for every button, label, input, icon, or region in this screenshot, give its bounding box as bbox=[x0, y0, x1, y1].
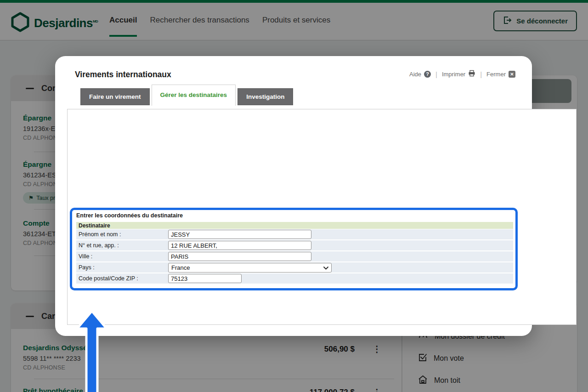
recipient-form: Destinataire Prénom et nom : N° et rue, … bbox=[76, 222, 513, 284]
form-row: Pays : France bbox=[76, 262, 513, 273]
field-label: Prénom et nom : bbox=[76, 231, 168, 238]
print-link[interactable]: Imprimer bbox=[442, 70, 475, 78]
city-input[interactable] bbox=[168, 252, 311, 261]
form-row: Ville : bbox=[76, 251, 513, 262]
toolbar-separator: | bbox=[480, 70, 482, 78]
form-row: Code postal/Code ZIP : bbox=[76, 273, 513, 284]
virements-modal: Virements internationaux Aide ? | Imprim… bbox=[55, 56, 532, 336]
modal-toolbar: Aide ? | Imprimer | Fermer ✕ bbox=[409, 70, 515, 78]
field-label: N° et rue, app. : bbox=[76, 242, 168, 249]
recipient-table-header: Destinataire bbox=[76, 222, 513, 229]
form-row: Prénom et nom : bbox=[76, 229, 513, 240]
street-address-input[interactable] bbox=[168, 241, 311, 250]
country-select-value: France bbox=[171, 264, 190, 271]
page: DesjardinsMD Accueil Rechercher des tran… bbox=[0, 0, 588, 392]
field-label: Code postal/Code ZIP : bbox=[76, 275, 168, 282]
toolbar-separator: | bbox=[435, 70, 437, 78]
close-link[interactable]: Fermer ✕ bbox=[486, 71, 515, 78]
postal-code-input[interactable] bbox=[168, 274, 242, 283]
modal-tabs: Faire un virement Gérer les destinataire… bbox=[80, 85, 295, 105]
tab-gerer-les-destinataires[interactable]: Gérer les destinataires bbox=[152, 85, 236, 106]
recipient-section-label: Entrer les coordonnées du destinataire bbox=[76, 212, 183, 219]
help-icon: ? bbox=[424, 71, 431, 78]
print-label: Imprimer bbox=[442, 71, 465, 78]
close-icon: ✕ bbox=[509, 71, 515, 78]
form-row: N° et rue, app. : bbox=[76, 240, 513, 251]
field-label: Pays : bbox=[76, 264, 168, 271]
pointer-arrow-icon bbox=[74, 307, 110, 392]
help-label: Aide bbox=[409, 71, 421, 78]
close-label: Fermer bbox=[486, 71, 506, 78]
help-link[interactable]: Aide ? bbox=[409, 71, 431, 78]
modal-title: Virements internationaux bbox=[75, 70, 171, 80]
chevron-down-icon bbox=[323, 264, 328, 271]
printer-icon bbox=[468, 70, 475, 78]
field-label: Ville : bbox=[76, 253, 168, 260]
tab-investigation[interactable]: Investigation bbox=[237, 88, 293, 105]
tab-faire-un-virement[interactable]: Faire un virement bbox=[80, 88, 150, 105]
country-select[interactable]: France bbox=[168, 263, 332, 273]
first-last-name-input[interactable] bbox=[168, 230, 311, 239]
